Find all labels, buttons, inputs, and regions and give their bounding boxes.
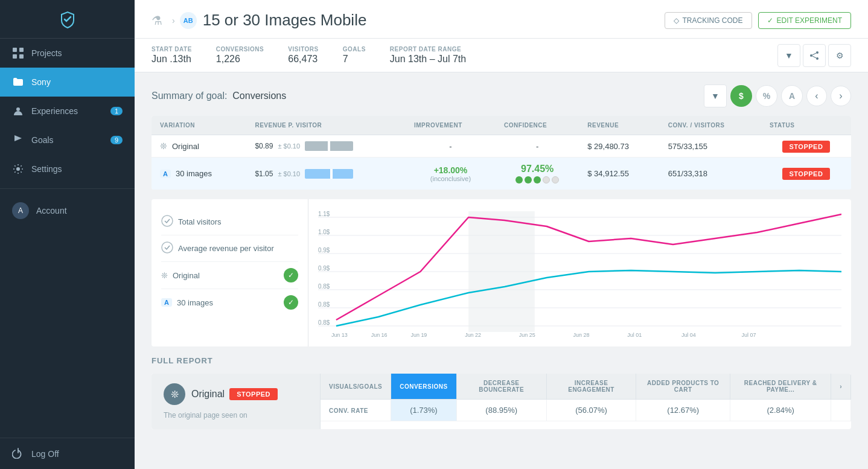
confidence-30img-cell: 97.45%	[496, 158, 579, 190]
confidence-dots	[504, 176, 570, 183]
svg-rect-27	[468, 211, 535, 332]
sidebar-item-sony[interactable]: Sony	[0, 68, 135, 97]
svg-text:Jun 19: Jun 19	[410, 332, 427, 338]
svg-text:Jun 16: Jun 16	[371, 332, 388, 338]
svg-point-11	[162, 215, 173, 226]
conv-visitors-30img-cell: 651/33,318	[660, 158, 761, 190]
folder-icon	[12, 76, 24, 88]
sidebar-logo	[0, 0, 135, 39]
improvement-original-cell: -	[406, 135, 496, 158]
legend-item-avg-revenue[interactable]: Average revenue per visitor	[161, 235, 298, 262]
meta-visitors: VISITORS 66,473	[288, 39, 331, 72]
summary-filter-button[interactable]: ▼	[704, 85, 727, 107]
tracking-code-button[interactable]: ◇ TRACKING CODE	[665, 12, 752, 29]
svg-point-12	[162, 242, 173, 253]
power-icon	[12, 447, 24, 461]
variation-30images-cell: A 30 images	[152, 158, 246, 190]
confidence-dot-5	[552, 176, 559, 183]
svg-text:0.9$: 0.9$	[318, 247, 330, 254]
check-icon-30images: ✓	[284, 295, 298, 310]
summary-header: Summary of goal: Conversions ▼ $ % A ‹ ›	[152, 85, 851, 107]
svg-text:Jul 07: Jul 07	[742, 332, 756, 338]
svg-text:Jun 25: Jun 25	[519, 332, 535, 338]
report-table: VARIATION REVENUE P. VISITOR IMPROVEMENT…	[152, 116, 851, 190]
grid-icon	[12, 47, 24, 59]
revenue-30img-cell: $ 34,912.55	[579, 158, 660, 190]
legend-item-30images[interactable]: A 30 images ✓	[161, 289, 298, 316]
edit-experiment-button[interactable]: ✓ EDIT EXPERIMENT	[758, 12, 851, 29]
meta-start-date: START DATE Jun .13th	[152, 39, 204, 72]
summary-actions: ▼ $ % A ‹ ›	[704, 85, 851, 107]
full-report-row: CONV. RATE (1.73%) (88.95%) (56.07%) (12…	[321, 400, 851, 421]
sidebar-account[interactable]: A Account	[0, 194, 135, 228]
table-row: A 30 images $1.05 ± $0.10	[152, 158, 851, 190]
meta-date-range: REPORT DATE RANGE Jun 13th – Jul 7th	[390, 39, 765, 72]
fr-th-bouncerate: DECREASE BOUNCERATE	[456, 374, 546, 400]
svg-rect-0	[13, 48, 17, 52]
snowflake-icon: ❊	[160, 141, 167, 151]
goals-badge: 9	[110, 136, 123, 144]
th-status: STATUS	[761, 116, 851, 135]
fr-engage-value: (56.07%)	[546, 400, 636, 421]
goal-type-a-button[interactable]: A	[781, 85, 803, 107]
svg-text:0.8$: 0.8$	[318, 301, 330, 308]
legend-item-total-visitors[interactable]: Total visitors	[161, 209, 298, 235]
confidence-dot-2	[525, 176, 532, 183]
goal-type-percent-button[interactable]: %	[756, 85, 777, 107]
fr-th-goals: VISUALS/GOALS	[321, 374, 391, 400]
variation-name-block: Original STOPPED	[191, 388, 278, 400]
chart-legend: Total visitors Average revenue per visit…	[152, 199, 308, 346]
next-arrow-button[interactable]: ›	[831, 86, 851, 106]
svg-rect-2	[13, 54, 17, 59]
checkmark-icon: ✓	[767, 16, 773, 25]
chart-container: Total visitors Average revenue per visit…	[152, 199, 851, 346]
meta-bar: START DATE Jun .13th CONVERSIONS 1,226 V…	[135, 39, 868, 72]
check-icon-original: ✓	[284, 268, 298, 282]
breadcrumb-arrow: ›	[172, 16, 175, 25]
svg-point-8	[816, 57, 819, 60]
svg-line-10	[812, 56, 816, 58]
svg-point-7	[810, 54, 812, 57]
goal-type-dollar-button[interactable]: $	[730, 85, 752, 107]
settings-button[interactable]: ⚙	[828, 44, 851, 67]
svg-rect-3	[19, 54, 24, 59]
fr-arrow-cell	[831, 400, 851, 421]
confidence-original-cell: -	[496, 135, 579, 158]
prev-arrow-button[interactable]: ‹	[806, 86, 827, 106]
sidebar-item-projects[interactable]: Projects	[0, 39, 135, 68]
mini-bar-30img	[305, 169, 353, 179]
sidebar-item-experiences[interactable]: Experiences 1	[0, 97, 135, 126]
variation-header: ❊ Original STOPPED	[164, 383, 308, 405]
check-empty-icon	[161, 215, 173, 229]
svg-point-6	[816, 51, 819, 54]
fr-th-arrow[interactable]: ›	[831, 374, 851, 400]
th-variation: VARIATION	[152, 116, 246, 135]
snowflake-legend-icon: ❊	[161, 271, 168, 280]
sidebar-item-settings[interactable]: Settings	[0, 155, 135, 183]
svg-text:0.8$: 0.8$	[318, 283, 330, 290]
svg-text:Jul 04: Jul 04	[681, 332, 696, 338]
svg-text:Jun 28: Jun 28	[573, 332, 590, 338]
flag-icon	[12, 134, 24, 146]
legend-item-original[interactable]: ❊ Original ✓	[161, 262, 298, 289]
svg-point-5	[16, 167, 20, 171]
th-improvement: IMPROVEMENT	[406, 116, 496, 135]
sidebar-logoff[interactable]: Log Off	[0, 438, 135, 469]
fr-bounce-value: (88.95%)	[456, 400, 546, 421]
a-badge-legend: A	[161, 298, 172, 307]
diamond-icon: ◇	[674, 16, 679, 25]
svg-rect-1	[19, 48, 24, 52]
share-button[interactable]	[803, 44, 826, 67]
chart-area: 1.1$ 1.0$ 0.9$ 0.9$ 0.8$ 0.8$ 0.8$ Jun 1…	[308, 199, 851, 346]
sidebar-item-goals[interactable]: Goals 9	[0, 126, 135, 155]
fr-conv-rate-label: CONV. RATE	[321, 400, 391, 421]
status-30img-cell: STOPPED	[761, 158, 851, 190]
fr-cart-value: (12.67%)	[636, 400, 730, 421]
meta-goals: GOALS 7	[343, 39, 378, 72]
header-actions: ◇ TRACKING CODE ✓ EDIT EXPERIMENT	[665, 12, 851, 29]
sidebar-divider	[0, 188, 135, 189]
full-report-title: FULL REPORT	[152, 356, 851, 365]
account-label: Account	[36, 206, 67, 215]
filter-button[interactable]: ▼	[777, 44, 800, 67]
sidebar-item-goals-label: Goals	[31, 135, 54, 145]
